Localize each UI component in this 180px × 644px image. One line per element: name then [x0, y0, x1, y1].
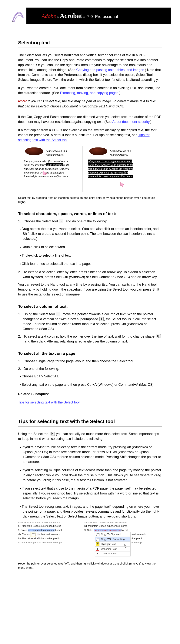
figure-row-1: beans develop in a round pericarp. Many … — [18, 146, 162, 192]
step-2: 2. To select a text column, hold the poi… — [23, 334, 162, 344]
copy-icon — [96, 532, 100, 536]
note: Note: If you can't select text, the text… — [18, 99, 162, 108]
figure-text: Many experienced coffee connoisseurs cla… — [85, 157, 138, 180]
link-document-security[interactable]: About document security — [112, 120, 150, 124]
paragraph: You can revert to the Hand tool at any t… — [18, 282, 162, 297]
step-1: 1. Choose the Select tool , and do one o… — [23, 219, 162, 224]
bullet: Triple-click to select a line of text. — [23, 253, 162, 258]
paragraph: If you want to create a PDF document fro… — [18, 86, 162, 95]
cursor-arrow-icon — [120, 182, 125, 187]
column-ibeam-icon — [100, 317, 104, 321]
figure-select-drag: beans develop in a round pericarp. Many … — [18, 146, 76, 192]
bullet: Drag across the text you want to select.… — [23, 226, 162, 241]
subheading-select-all: To select all the text on a page: — [18, 350, 162, 356]
menu-item-highlight-text[interactable]: Highlight Text — [95, 542, 130, 546]
context-menu: Copy To Clipboard Copy With Formatting H… — [95, 532, 130, 556]
reg-mark-1: ® — [57, 16, 59, 19]
menu-item-copy-clipboard[interactable]: Copy To Clipboard — [95, 532, 130, 537]
coffee-bean-icon — [25, 148, 43, 155]
adobe-logo-icon — [9, 8, 26, 24]
menu-item-copy-formatting[interactable]: Copy With Formatting — [95, 537, 130, 542]
paragraph: Using the Select tool you can actually d… — [18, 432, 162, 441]
bullet: Double-click to select a word. — [23, 244, 162, 250]
figure-row-2: coffees and we believe that this will pe… — [18, 522, 162, 560]
cross-out-icon — [96, 552, 100, 555]
brand-edition: Professional — [95, 14, 118, 20]
related-subtopics-label: Related Subtopics: — [18, 392, 162, 396]
link-copying-pasting[interactable]: Copying and pasting text, tables, and im… — [76, 68, 144, 72]
select-tool-icon — [56, 312, 60, 316]
reg-mark-2: ® — [83, 16, 85, 19]
brand-acrobat: Acrobat — [60, 11, 82, 20]
bullet: If you select text that's close to the m… — [23, 486, 162, 501]
subheading-select-column: To select a column of text: — [18, 304, 162, 309]
menu-item-cross-out-text[interactable]: Cross Out Text — [95, 552, 130, 556]
underline-icon — [96, 547, 100, 551]
select-text-badge-icon — [30, 532, 36, 537]
select-tool-icon — [59, 219, 63, 223]
divider — [18, 48, 162, 48]
coffee-bean-icon — [89, 148, 107, 155]
column-select-icon — [156, 334, 161, 338]
section-title-tips: Tips for selecting text with the Select … — [18, 418, 162, 425]
subheading-select-characters: To select characters, spaces, words, or … — [18, 211, 162, 216]
step-2: 2. To extend a selection letter by lette… — [23, 270, 162, 280]
figure-text: Many experienced coffee connoisseurs cla… — [21, 157, 74, 180]
paragraph: If the Cut, Copy, and Paste commands are… — [18, 114, 162, 124]
bullet: The Select tool recognizes text, images,… — [23, 504, 162, 519]
step-2: 2. Do one of the following: — [23, 366, 162, 371]
figure-text: beans develop in a round pericarp. — [43, 147, 74, 158]
highlight-selection: to be superior — [46, 163, 63, 166]
related-link-row: Tips for selecting text with the Select … — [18, 400, 162, 405]
select-tool-icon — [50, 432, 55, 436]
highlight-selection: Many experienced coffee connoisseurs cla… — [88, 160, 134, 178]
step-1: 1. Choose Single Page for the page layou… — [23, 359, 162, 364]
link-extracting-pages[interactable]: Extracting, moving, and copying pages — [60, 91, 118, 95]
bullet: Click four times to select all the text … — [23, 261, 162, 266]
divider — [18, 426, 162, 426]
brand-adobe: Adobe — [42, 12, 56, 20]
figure-context-menu: coffees and we believe that this will pe… — [84, 522, 152, 560]
cross-out-selection: are expected to increase — [94, 529, 121, 532]
section-title-selecting-text: Selecting text — [18, 39, 162, 46]
selection: are expected to increase — [28, 529, 54, 532]
highlight-icon — [96, 542, 100, 546]
bullet: If you're having trouble selecting text … — [23, 445, 162, 464]
bullet: If you're selecting multiple columns of … — [23, 468, 162, 482]
app-header: Adobe® Acrobat® 7.0 Professional — [9, 8, 171, 24]
link-tips-select-tool-2[interactable]: Tips for selecting text with the Select … — [18, 400, 80, 404]
figure-hover-text: coffees and we believe that this will pe… — [18, 522, 81, 549]
copy-formatting-icon — [96, 538, 100, 541]
bullet: Choose Edit > Select All. — [23, 374, 162, 379]
figure-caption: Select text by dragging from an insertio… — [18, 196, 162, 204]
figure-text: beans develop in a round pericarp. — [107, 147, 138, 158]
bullet: Select any text on the page and then pre… — [23, 382, 162, 387]
paragraph: The Select tool lets you select horizont… — [18, 53, 162, 82]
figure-select-line: beans develop in a round pericarp. Many … — [82, 146, 140, 192]
paragraph: If a font copied from a PDF is not avail… — [18, 128, 162, 142]
brand-version: 7.0 — [87, 14, 93, 20]
figure-caption-2: Hover the pointer over selected text (le… — [18, 562, 162, 570]
menu-item-underline-text[interactable]: Underline Text — [95, 546, 130, 552]
note-label: Note: — [18, 99, 27, 103]
step-1: 1. Using the Select tool , move the poin… — [23, 312, 162, 331]
